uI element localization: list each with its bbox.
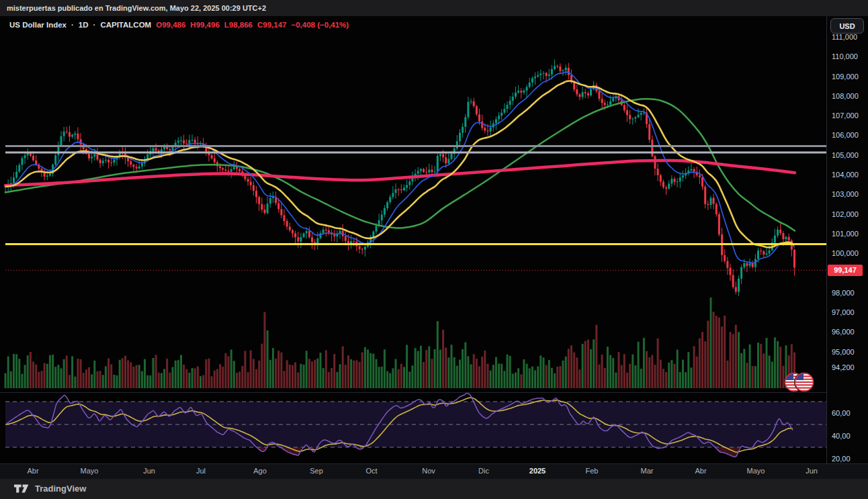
time-axis-label: Mayo xyxy=(81,467,99,475)
legend-separator: · xyxy=(71,21,74,29)
price-axis-tick: 96,000 xyxy=(832,328,855,336)
price-axis-tick: 40,00 xyxy=(832,432,851,440)
price-axis-tick: 103,000 xyxy=(832,190,859,198)
tradingview-logo[interactable]: TradingView xyxy=(13,484,86,494)
legend-change-value: −0,408 (−0,41%) xyxy=(292,21,349,29)
price-axis-tick: 104,000 xyxy=(832,171,859,179)
time-axis-label: Sep xyxy=(310,467,323,475)
time-axis-label: 2025 xyxy=(529,467,546,475)
price-axis-tick: 102,000 xyxy=(832,210,859,218)
price-axis-tick: 108,000 xyxy=(832,92,859,100)
price-axis-tick: 20,00 xyxy=(832,455,851,463)
footer-bar: TradingView xyxy=(0,479,868,499)
time-axis-label: Jun xyxy=(806,467,818,475)
legend-close-value: C99,147 xyxy=(257,21,286,29)
price-axis-tick: 98,000 xyxy=(832,289,855,297)
last-price-label: 99,147 xyxy=(828,265,863,276)
price-axis-tick: 60,00 xyxy=(832,409,851,417)
price-axis[interactable]: USD 99,147 111,000110,000109,000108,0001… xyxy=(826,16,868,463)
time-axis-label: Nov xyxy=(422,467,435,475)
symbol-flag-icons xyxy=(783,370,814,394)
price-axis-tick: 97,000 xyxy=(832,308,855,316)
time-axis-label: Ago xyxy=(253,467,267,475)
us-flag-icon xyxy=(794,372,814,392)
time-axis-label: Oct xyxy=(365,467,377,475)
legend-separator: · xyxy=(93,21,96,29)
legend-symbol[interactable]: US Dollar Index xyxy=(9,21,67,29)
time-axis-label: Mayo xyxy=(747,467,765,475)
price-axis-tick: 109,000 xyxy=(832,73,859,81)
time-axis-label: Dic xyxy=(478,467,489,475)
time-axis-label: Mar xyxy=(641,467,654,475)
time-axis-label: Feb xyxy=(586,467,599,475)
tradingview-logo-icon xyxy=(13,484,31,494)
legend-open-value: O99,486 xyxy=(156,21,185,29)
tradingview-chart-window: misterpuertas publicado en TradingView.c… xyxy=(0,0,868,499)
time-axis-label: Abr xyxy=(695,467,706,475)
price-axis-tick: 107,000 xyxy=(832,111,859,120)
price-axis-tick: 94,200 xyxy=(832,363,855,371)
price-chart-canvas[interactable] xyxy=(0,0,868,499)
time-axis-label: Abr xyxy=(27,467,38,475)
legend-timeframe[interactable]: 1D xyxy=(79,21,89,29)
symbol-legend[interactable]: US Dollar Index · 1D · CAPITALCOM O99,48… xyxy=(9,21,349,29)
currency-toggle-button[interactable]: USD xyxy=(830,18,864,34)
legend-low-value: L98,866 xyxy=(224,21,253,29)
tradingview-logo-text: TradingView xyxy=(35,484,86,494)
price-axis-tick: 95,000 xyxy=(832,348,855,356)
legend-high-value: H99,496 xyxy=(190,21,219,29)
price-axis-tick: 111,000 xyxy=(832,33,857,41)
legend-exchange[interactable]: CAPITALCOM xyxy=(100,21,151,29)
price-axis-tick: 100,000 xyxy=(832,249,859,257)
price-axis-tick: 101,000 xyxy=(832,230,859,238)
price-axis-tick: 106,000 xyxy=(832,131,859,139)
time-axis-label: Jul xyxy=(196,467,206,475)
time-axis-label: Jun xyxy=(143,467,155,475)
time-axis[interactable]: AbrMayoJunJulAgoSepOctNovDic2025FebMarAb… xyxy=(0,463,868,479)
price-axis-tick: 110,000 xyxy=(832,52,858,60)
price-axis-tick: 105,000 xyxy=(832,151,859,159)
pane-separator[interactable] xyxy=(0,392,868,393)
